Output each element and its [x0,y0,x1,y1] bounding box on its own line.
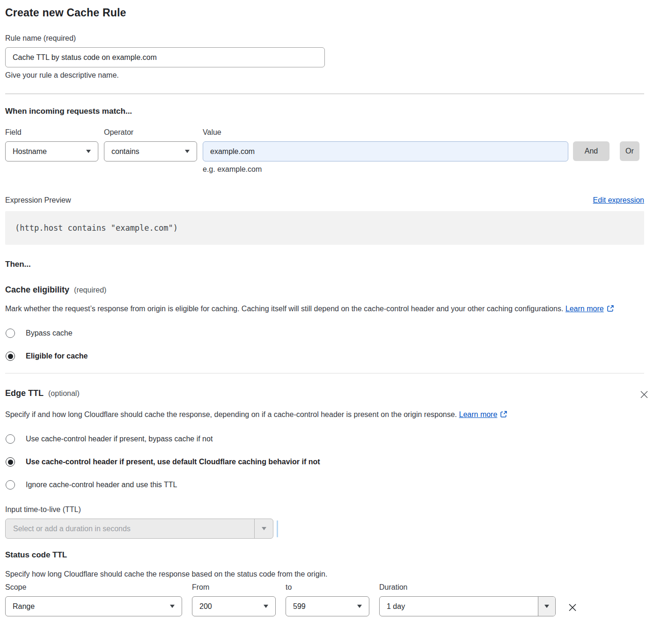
external-link-icon [607,303,614,316]
radio-icon [6,480,15,490]
match-heading: When incoming requests match... [5,107,644,116]
edge-ttl-header: Edge TTL (optional) [5,388,650,401]
radio-use-header-default[interactable]: Use cache-control header if present, use… [5,457,644,467]
to-column: to 599 [286,583,369,616]
edge-ttl-title-group: Edge TTL (optional) [5,388,80,398]
cache-eligibility-learn-more-link[interactable]: Learn more [566,305,604,313]
ttl-combo-row: Select or add a duration in seconds [5,519,644,539]
required-tag: (required) [74,286,106,294]
edge-ttl-learn-more-link[interactable]: Learn more [459,410,498,418]
radio-eligible-for-cache[interactable]: Eligible for cache [5,351,644,361]
radio-label: Use cache-control header if present, byp… [26,435,213,443]
chevron-down-icon [262,527,266,530]
duration-column: Duration 1 day [379,583,556,616]
scope-label: Scope [5,583,182,592]
ttl-select-arrow-button[interactable] [254,519,273,538]
value-input[interactable] [203,141,568,161]
chevron-down-icon [357,605,362,608]
cache-eligibility-heading: Cache eligibility [5,285,69,295]
edge-ttl-options: Use cache-control header if present, byp… [5,434,644,490]
cache-eligibility-options: Bypass cache Eligible for cache [5,329,644,361]
from-select[interactable]: 200 [192,596,276,616]
expression-code-block: (http.host contains "example.com") [5,211,644,245]
scope-select-value: Range [13,602,35,611]
radio-label: Eligible for cache [26,352,88,360]
section-divider [5,94,644,94]
scope-select[interactable]: Range [5,596,182,616]
rule-name-input[interactable] [5,47,325,67]
close-icon[interactable] [638,388,650,401]
create-cache-rule-page: Create new Cache Rule Rule name (require… [0,0,661,626]
rule-name-field-group: Rule name (required) Give your rule a de… [5,34,644,80]
duration-select-arrow-button[interactable] [538,597,555,616]
value-helper: e.g. example.com [203,165,568,174]
radio-label: Use cache-control header if present, use… [26,458,320,466]
edge-ttl-description: Specify if and how long Cloudflare shoul… [5,408,520,422]
page-title: Create new Cache Rule [5,7,644,19]
operator-select-value: contains [111,147,140,156]
remove-status-ttl-icon[interactable] [566,601,579,614]
operator-label: Operator [104,128,197,137]
section-divider [5,373,644,373]
duration-select-value: 1 day [380,597,538,616]
from-select-value: 200 [199,602,212,611]
duration-label: Duration [379,583,556,592]
chevron-down-icon [185,150,190,153]
operator-column: Operator contains [104,128,197,161]
radio-bypass-cache[interactable]: Bypass cache [5,329,644,338]
expression-code: (http.host contains "example.com") [15,223,178,233]
field-column: Field Hostname [5,128,98,161]
or-button[interactable]: Or [620,141,639,161]
status-code-ttl-description: Specify how long Cloudflare should cache… [5,570,644,578]
duration-select[interactable]: 1 day [379,596,556,616]
to-select-value: 599 [293,602,306,611]
cache-eligibility-header: Cache eligibility (required) [5,285,644,295]
match-condition-row: Field Hostname Operator contains Value e… [5,128,644,174]
cache-eligibility-description: Mark whether the request’s response from… [5,302,632,316]
chevron-down-icon [544,605,549,608]
scope-column: Scope Range [5,583,182,616]
then-heading: Then... [5,260,644,269]
and-button[interactable]: And [573,141,610,161]
radio-icon [6,434,15,444]
radio-icon [6,457,15,467]
chevron-down-icon [170,605,175,608]
cache-eligibility-description-text: Mark whether the request’s response from… [5,305,563,313]
rule-name-helper: Give your rule a descriptive name. [5,71,644,80]
external-link-icon [500,409,507,422]
edge-ttl-description-text: Specify if and how long Cloudflare shoul… [5,410,457,418]
value-label: Value [203,128,568,137]
from-column: From 200 [192,583,276,616]
operator-select[interactable]: contains [104,141,197,161]
optional-tag: (optional) [48,389,80,398]
radio-label: Bypass cache [26,329,73,337]
radio-icon [6,351,15,361]
field-label: Field [5,128,98,137]
chevron-down-icon [86,150,91,153]
ttl-input-label: Input time-to-live (TTL) [5,505,644,514]
expression-header: Expression Preview Edit expression [5,196,644,205]
ttl-duration-select[interactable]: Select or add a duration in seconds [5,519,273,539]
radio-label: Ignore cache-control header and use this… [26,481,177,489]
field-select[interactable]: Hostname [5,141,98,161]
radio-icon [6,329,15,338]
expression-preview-label: Expression Preview [5,196,71,205]
radio-use-header-bypass[interactable]: Use cache-control header if present, byp… [5,434,644,444]
from-label: From [192,583,276,592]
value-column: Value e.g. example.com [203,128,568,174]
edit-expression-link[interactable]: Edit expression [593,196,644,205]
text-cursor-bar [277,520,278,537]
rule-name-label: Rule name (required) [5,34,644,43]
chevron-down-icon [264,605,268,608]
field-select-value: Hostname [13,147,47,156]
to-select[interactable]: 599 [286,596,369,616]
edge-ttl-heading: Edge TTL [5,388,44,398]
ttl-select-placeholder: Select or add a duration in seconds [6,519,254,538]
or-button-column: Or [620,128,639,161]
and-button-column: And [573,128,610,161]
status-code-ttl-row: Scope Range From 200 to 599 Duration 1 d… [5,583,644,616]
to-label: to [286,583,369,592]
status-code-ttl-heading: Status code TTL [5,550,644,560]
radio-ignore-header-use-ttl[interactable]: Ignore cache-control header and use this… [5,480,644,490]
